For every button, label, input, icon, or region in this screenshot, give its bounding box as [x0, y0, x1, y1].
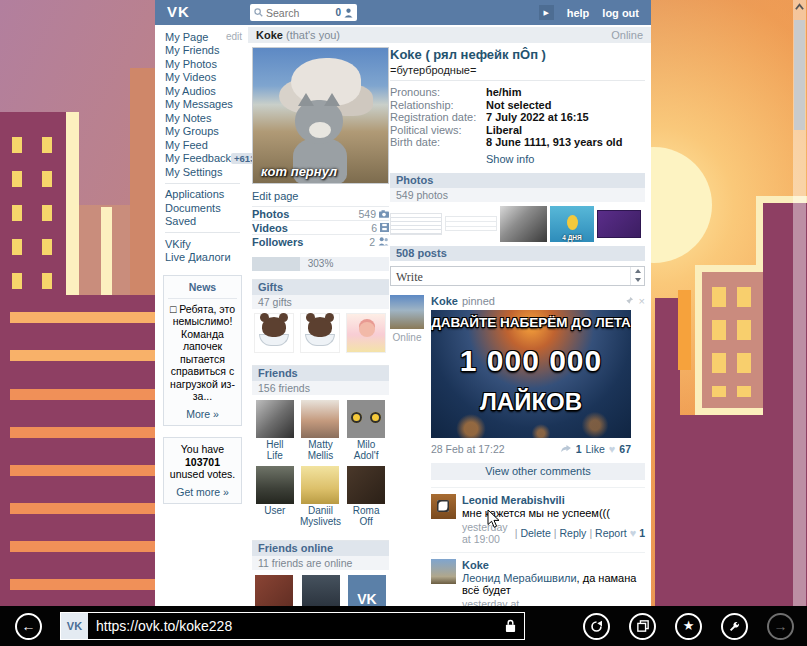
- friend-card[interactable]: RomaOff: [345, 466, 387, 527]
- friend-card[interactable]: AleksandrBorodach: [299, 575, 343, 606]
- close-post-icon[interactable]: ×: [639, 295, 645, 307]
- pin-icon[interactable]: [625, 296, 634, 305]
- sidebar-divider: [165, 183, 240, 184]
- commenter-name-link[interactable]: Leonid Merabishvili: [462, 494, 565, 506]
- sidebar-item-my-photos[interactable]: My Photos: [165, 58, 217, 70]
- edit-link[interactable]: edit: [226, 31, 242, 42]
- like-button[interactable]: Like: [586, 443, 605, 455]
- photo-thumbnail[interactable]: [500, 206, 547, 242]
- vk-logo-avatar[interactable]: VK: [348, 575, 386, 606]
- post-author-link[interactable]: Koke: [431, 295, 458, 307]
- browser-tools-button[interactable]: [721, 613, 748, 640]
- heart-icon[interactable]: ♥: [630, 527, 637, 539]
- stat-row-followers[interactable]: Followers 2: [252, 234, 389, 248]
- info-row: Birth date:8 June 1111, 913 years old: [390, 136, 645, 149]
- commenter-avatar[interactable]: [431, 559, 456, 584]
- sidebar-item-live-dialogs[interactable]: Live Диалоги: [165, 251, 231, 263]
- sidebar-item-my-groups[interactable]: My Groups: [165, 125, 219, 137]
- show-info-link[interactable]: Show info: [486, 153, 534, 165]
- friend-card[interactable]: HellLife: [254, 400, 296, 461]
- gift-item[interactable]: [254, 313, 294, 353]
- friends-header[interactable]: Friends: [252, 366, 389, 381]
- write-post-input[interactable]: Write: [390, 266, 645, 286]
- sidebar-item-my-friends[interactable]: My Friends: [165, 44, 219, 56]
- view-other-comments-button[interactable]: View other comments: [431, 463, 645, 480]
- sidebar-item-vkify[interactable]: VKify: [165, 238, 191, 250]
- browser-back-button[interactable]: ←: [15, 613, 42, 640]
- browser-tabs-button[interactable]: [629, 613, 656, 640]
- friend-requests-count[interactable]: 0: [335, 7, 341, 18]
- edit-page-link[interactable]: Edit page: [252, 190, 389, 202]
- report-comment-link[interactable]: Report: [595, 527, 627, 539]
- comment-like-count[interactable]: 1: [639, 527, 645, 539]
- friends-online-header[interactable]: Friends online: [252, 541, 389, 556]
- address-bar[interactable]: VK https://ovk.to/koke228: [60, 612, 525, 640]
- avatar[interactable]: [256, 466, 294, 504]
- delete-comment-link[interactable]: Delete: [520, 527, 550, 539]
- sidebar-item-saved[interactable]: Saved: [165, 215, 196, 227]
- pinned-post: Online Koke pinned × ДАВАЙТЕ НАБЕРЁМ ДО …: [390, 295, 645, 607]
- sidebar-item-my-videos[interactable]: My Videos: [165, 71, 216, 83]
- photo-thumbnail[interactable]: 4 ДНЯ: [550, 206, 594, 242]
- friend-card[interactable]: SergeyBelyakov: [254, 575, 295, 606]
- sidebar-item-my-page[interactable]: My Page: [165, 31, 208, 43]
- gifts-header[interactable]: Gifts: [252, 280, 389, 295]
- stat-row-photos[interactable]: Photos 549: [252, 206, 389, 220]
- post-date-link[interactable]: 28 Feb at 17:22: [431, 443, 505, 455]
- commenter-name-link[interactable]: Koke: [462, 559, 489, 571]
- news-more-link[interactable]: More »: [168, 408, 237, 421]
- browser-forward-button[interactable]: →: [767, 613, 794, 640]
- sidebar-item-my-notes[interactable]: My Notes: [165, 112, 211, 124]
- sidebar-item-my-audios[interactable]: My Audios: [165, 85, 216, 97]
- post-author-avatar[interactable]: [390, 295, 424, 329]
- sidebar-item-my-feed[interactable]: My Feed: [165, 139, 208, 151]
- sidebar-item-documents[interactable]: Documents: [165, 202, 221, 214]
- avatar[interactable]: [256, 400, 294, 438]
- avatar[interactable]: [301, 466, 339, 504]
- friend-card[interactable]: User: [254, 466, 296, 527]
- url-field[interactable]: https://ovk.to/koke228: [88, 613, 524, 639]
- scroll-spinner[interactable]: [630, 267, 644, 285]
- photos-header[interactable]: Photos: [390, 173, 645, 188]
- vk-logo[interactable]: VK: [167, 3, 190, 20]
- logout-link[interactable]: log out: [602, 7, 639, 19]
- sidebar-item-my-feedback[interactable]: My Feedback: [165, 152, 231, 164]
- sidebar-item-my-messages[interactable]: My Messages: [165, 98, 233, 110]
- help-link[interactable]: help: [567, 7, 590, 19]
- search-input[interactable]: [266, 7, 324, 19]
- get-more-votes-link[interactable]: Get more »: [168, 486, 237, 499]
- browser-favorites-button[interactable]: ★: [675, 613, 702, 640]
- avatar[interactable]: [347, 466, 385, 504]
- friend-card[interactable]: VKVechnyyOnline: [347, 575, 387, 606]
- browser-refresh-button[interactable]: [583, 613, 610, 640]
- commenter-avatar[interactable]: [431, 494, 456, 519]
- page-scrollbar-thumb[interactable]: [794, 20, 805, 130]
- avatar[interactable]: [255, 575, 293, 606]
- reply-comment-link[interactable]: Reply: [560, 527, 587, 539]
- avatar[interactable]: [302, 575, 340, 606]
- repost-icon[interactable]: [560, 444, 572, 453]
- profile-status[interactable]: =бутербродные=: [390, 64, 645, 76]
- audio-player-button[interactable]: ▶: [539, 5, 554, 20]
- mention-link[interactable]: Леонид Мерабишвили: [462, 572, 577, 584]
- gift-item[interactable]: [300, 313, 340, 353]
- like-count[interactable]: 67: [619, 443, 631, 455]
- photo-thumbnail[interactable]: [390, 213, 442, 235]
- avatar[interactable]: [347, 400, 385, 438]
- sidebar-item-my-settings[interactable]: My Settings: [165, 166, 222, 178]
- gift-item[interactable]: [346, 313, 386, 353]
- photo-thumbnail[interactable]: [445, 216, 497, 231]
- scroll-up-icon[interactable]: [795, 3, 804, 12]
- stat-row-videos[interactable]: Videos 6: [252, 220, 389, 234]
- friend-card[interactable]: MattyMellis: [300, 400, 342, 461]
- photo-thumbnail[interactable]: [597, 210, 641, 238]
- sidebar-item-applications[interactable]: Applications: [165, 188, 224, 200]
- friend-card[interactable]: MiloAdol'f: [345, 400, 387, 461]
- friend-card[interactable]: DaniilMyslivets: [300, 466, 342, 527]
- avatar[interactable]: [301, 400, 339, 438]
- repost-count[interactable]: 1: [576, 443, 582, 455]
- post-image-meme[interactable]: ДАВАЙТЕ НАБЕРЁМ ДО ЛЕТА 1 000 000 ЛАЙКОВ: [431, 310, 631, 438]
- profile-avatar[interactable]: кот пернул: [252, 47, 389, 184]
- search-box[interactable]: 0: [250, 4, 357, 21]
- heart-icon[interactable]: ♥: [609, 443, 616, 455]
